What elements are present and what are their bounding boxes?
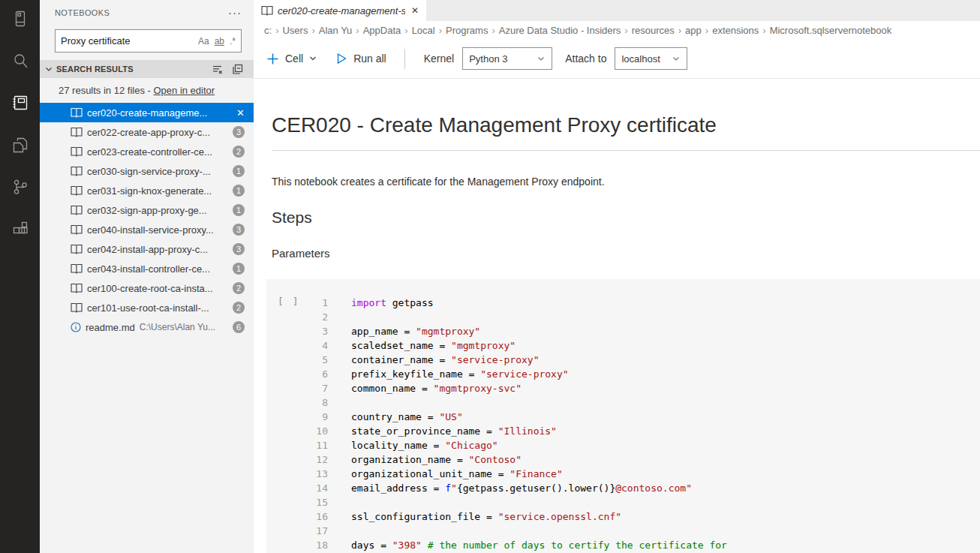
- result-file-name: cer101-use-root-ca-install-...: [87, 302, 209, 314]
- code-line[interactable]: 9country_name = "US": [266, 410, 980, 424]
- breadcrumb-item[interactable]: Users: [282, 25, 308, 36]
- code-line[interactable]: 1import getpass: [266, 296, 980, 310]
- clear-search-results-icon[interactable]: [212, 64, 223, 75]
- activitybar-notebooks[interactable]: [11, 93, 30, 113]
- attach-to-dropdown[interactable]: localhost: [615, 47, 687, 70]
- result-file-path: C:\Users\Alan Yu...: [140, 322, 215, 332]
- code-text: common_name = "mgmtproxy-svc": [328, 381, 522, 395]
- notebook-book-icon: [71, 205, 83, 215]
- kernel-dropdown[interactable]: Python 3: [462, 47, 552, 70]
- code-line[interactable]: 13organizational_unit_name = "Finance": [266, 467, 980, 481]
- breadcrumb-item[interactable]: AppData: [363, 25, 401, 36]
- whole-word-icon[interactable]: ab: [215, 36, 224, 47]
- line-number: 8: [266, 395, 328, 410]
- code-editor[interactable]: 1import getpass23app_name = "mgmtproxy"4…: [266, 296, 980, 552]
- open-in-editor-link[interactable]: Open in editor: [153, 85, 215, 96]
- results-count: 27 results in 12 files: [59, 85, 145, 96]
- run-all-icon: [335, 53, 347, 65]
- code-line[interactable]: 4scaledset_name = "mgmtproxy": [266, 338, 980, 353]
- breadcrumb-item[interactable]: Microsoft.sqlservernotebook: [770, 25, 892, 36]
- breadcrumb-item[interactable]: resources: [632, 25, 675, 36]
- code-cell[interactable]: [ ] 1import getpass23app_name = "mgmtpro…: [266, 279, 980, 553]
- search-result-row[interactable]: cer023-create-controller-ce...2: [40, 142, 254, 161]
- breadcrumb-item[interactable]: app: [685, 25, 702, 36]
- search-result-row[interactable]: cer020-create-manageme...✕: [40, 103, 254, 122]
- match-case-icon[interactable]: Aa: [198, 36, 209, 47]
- activitybar-explorer-pages[interactable]: [11, 135, 30, 155]
- kernel-label: Kernel: [424, 53, 454, 65]
- chevron-right-icon: ›: [401, 25, 411, 36]
- search-input[interactable]: [61, 35, 193, 47]
- code-line[interactable]: 7common_name = "mgmtproxy-svc": [266, 381, 980, 395]
- add-cell-button[interactable]: Cell: [266, 53, 317, 65]
- code-line[interactable]: 18days = "398" # the number of days to c…: [266, 538, 980, 552]
- notebook-book-icon: [261, 5, 273, 16]
- run-all-button[interactable]: Run all: [335, 53, 386, 65]
- search-results-section-header[interactable]: SEARCH RESULTS: [40, 60, 254, 78]
- code-text: [328, 524, 351, 538]
- code-line[interactable]: 8: [266, 395, 980, 410]
- match-count-badge: 1: [233, 263, 245, 275]
- code-text: country_name = "US": [328, 410, 463, 424]
- search-result-row[interactable]: cer040-install-service-proxy...3: [40, 220, 254, 239]
- code-line[interactable]: 16ssl_configuration_file = "service.open…: [266, 509, 980, 524]
- activitybar-source-control[interactable]: [11, 177, 30, 197]
- code-line[interactable]: 5container_name = "service-proxy": [266, 353, 980, 367]
- line-number: 4: [266, 338, 328, 353]
- more-actions-icon[interactable]: ···: [228, 9, 242, 17]
- code-line[interactable]: 15: [266, 495, 980, 509]
- markdown-cell: CER020 - Create Management Proxy certifi…: [254, 79, 980, 260]
- activitybar-extensions[interactable]: [11, 219, 30, 239]
- tab-notebook[interactable]: cer020-create-management-service-proxy-c…: [254, 0, 426, 21]
- collapse-all-icon[interactable]: [232, 64, 243, 75]
- match-count-badge: 6: [233, 321, 245, 333]
- chevron-down-icon: [537, 54, 546, 63]
- code-line[interactable]: 10state_or_province_name = "Illinois": [266, 424, 980, 438]
- regex-icon[interactable]: .*: [230, 36, 236, 47]
- tab-close-icon[interactable]: ✕: [410, 5, 419, 16]
- result-file-name: cer030-sign-service-proxy-...: [87, 166, 211, 177]
- breadcrumb-item[interactable]: extensions: [712, 25, 759, 36]
- search-result-row[interactable]: cer043-install-controller-ce...1: [40, 259, 254, 278]
- search-result-row[interactable]: cer022-create-app-proxy-c...3: [40, 122, 254, 142]
- search-result-row[interactable]: cer032-sign-app-proxy-ge...1: [40, 200, 254, 220]
- line-number: 6: [266, 367, 328, 381]
- result-file-name: cer042-install-app-proxy-c...: [87, 244, 208, 255]
- code-text: [328, 310, 351, 324]
- result-file-name: readme.md: [86, 322, 135, 333]
- notebook-intro: This notebook creates a certificate for …: [272, 176, 980, 188]
- activitybar-search[interactable]: [11, 51, 30, 71]
- code-text: organizational_unit_name = "Finance": [328, 467, 563, 481]
- search-result-row[interactable]: readme.mdC:\Users\Alan Yu...6: [40, 317, 254, 337]
- search-result-row[interactable]: cer042-install-app-proxy-c...3: [40, 239, 254, 259]
- activitybar-connections[interactable]: [11, 9, 30, 29]
- notebook-book-icon: [71, 166, 83, 176]
- breadcrumb-item[interactable]: Alan Yu: [319, 25, 353, 36]
- breadcrumb-item[interactable]: Azure Data Studio - Insiders: [499, 25, 621, 36]
- close-icon[interactable]: ✕: [236, 107, 245, 119]
- cell-run-indicator[interactable]: [ ]: [278, 296, 299, 307]
- code-text: [328, 495, 351, 509]
- chevron-right-icon: ›: [272, 25, 282, 36]
- breadcrumb-item[interactable]: Programs: [446, 25, 488, 36]
- search-result-row[interactable]: cer101-use-root-ca-install-...2: [40, 298, 254, 317]
- match-count-badge: 1: [233, 185, 245, 197]
- code-line[interactable]: 17: [266, 524, 980, 538]
- code-line[interactable]: 6prefix_keyfile_name = "service-proxy": [266, 367, 980, 381]
- code-text: state_or_province_name = "Illinois": [328, 424, 557, 438]
- search-result-row[interactable]: cer030-sign-service-proxy-...1: [40, 161, 254, 181]
- code-line[interactable]: 11locality_name = "Chicago": [266, 438, 980, 452]
- code-line[interactable]: 3app_name = "mgmtproxy": [266, 324, 980, 338]
- search-result-row[interactable]: cer031-sign-knox-generate...1: [40, 181, 254, 200]
- code-line[interactable]: 2: [266, 310, 980, 324]
- match-count-badge: 1: [233, 165, 245, 177]
- code-line[interactable]: 12organization_name = "Contoso": [266, 452, 980, 467]
- chevron-right-icon: ›: [308, 25, 318, 36]
- code-line[interactable]: 14email_address = f"{getpass.getuser().l…: [266, 481, 980, 495]
- breadcrumb-item[interactable]: c:: [264, 25, 272, 36]
- notebook-document: CER020 - Create Management Proxy certifi…: [254, 79, 980, 553]
- chevron-right-icon: ›: [488, 25, 498, 36]
- breadcrumb-item[interactable]: Local: [412, 25, 435, 36]
- search-result-row[interactable]: cer100-create-root-ca-insta...2: [40, 278, 254, 298]
- match-count-badge: 1: [233, 204, 245, 216]
